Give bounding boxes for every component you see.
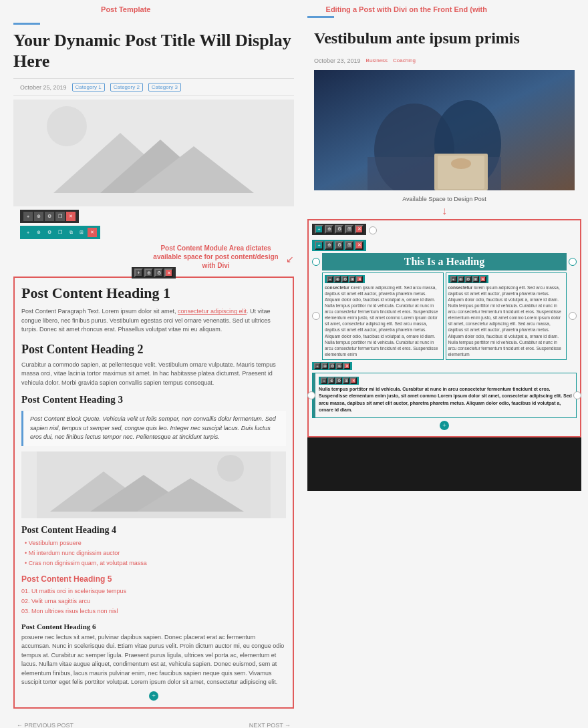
svg-point-4 [47,106,87,146]
next-post-link[interactable]: NEXT POST → [249,722,291,728]
move-btn-2[interactable]: ⊕ [34,228,43,237]
col1-copy[interactable]: ⊞ [349,276,355,283]
list-4: Vestibulum posuere Mi interdum nunc dign… [21,538,286,569]
quote-move[interactable]: ⊕ [321,363,328,369]
category-1[interactable]: Category 1 [72,83,105,92]
duplicate-btn-2[interactable]: ⧉ [66,228,76,237]
content-heading-5: Post Content Heading 5 [21,574,286,584]
para-link[interactable]: consectetur adipiscing elit [178,308,247,315]
module-move-btn[interactable]: ⊕ [144,268,153,277]
photo-overlay [314,70,575,190]
left-row-handle[interactable] [369,226,377,234]
col2-copy[interactable]: ⊞ [472,276,479,283]
col2-toolbar: + ⊕ ⚙ ⊞ ✕ [448,275,488,283]
quote-inner-settings[interactable]: ⚙ [335,377,342,384]
quote-copy[interactable]: ⊞ [336,363,343,369]
heading-copy-btn[interactable]: ⊞ [345,241,353,250]
annotation-arrow: ↙ [286,254,294,265]
module-add-btn[interactable]: + [134,268,143,277]
heading-settings-btn[interactable]: ⚙ [335,241,343,250]
edit-delete-btn[interactable]: ✕ [355,225,363,234]
heading-left-handle[interactable] [312,258,320,266]
quote-inner-copy[interactable]: ⊞ [343,377,349,384]
prev-post-link[interactable]: ← PREVIOUS POST [17,722,74,728]
divi-toolbar-1: + ⊕ ⚙ ❐ ✕ [20,210,79,223]
blockquote: Post Content Block Quote. Vehicula velit… [21,411,286,446]
copy-btn-2[interactable]: ❐ [55,228,65,237]
quote-delete[interactable]: ✕ [343,363,350,369]
col-right-handle[interactable] [569,312,577,320]
list-item-4-2: Mi interdum nunc dignissim auctor [25,548,286,558]
divi-edit-area: + ⊕ ⚙ ⊞ ✕ + ⊕ ⚙ ⊞ ✕ This Is a [307,219,581,437]
quote-inner-delete[interactable]: ✕ [350,377,357,384]
content-heading-2: Post Content Heading 2 [21,343,286,357]
col-left-handle[interactable] [312,312,320,320]
category-2[interactable]: Category 2 [110,83,143,92]
settings-btn-2[interactable]: ⚙ [45,228,54,237]
col2-move[interactable]: ⊕ [458,276,464,283]
content-heading-4: Post Content Heading 4 [21,525,286,536]
heading-move-btn[interactable]: ⊕ [325,241,333,250]
right-featured-photo [314,70,575,190]
quote-settings[interactable]: ⚙ [329,363,335,369]
arrow-down: ↓ [307,205,581,217]
heading-right-handle[interactable] [569,258,577,266]
heading-add-btn[interactable]: + [315,241,323,250]
right-panel: Vestibulum ante ipsum primis October 23,… [307,16,581,728]
right-accent-line [307,16,334,18]
content-para-1: Post Content Paragraph Text. Lorem ipsum… [21,307,286,335]
col2-delete[interactable]: ✕ [480,276,486,283]
module-toolbar: + ⊕ ⚙ ✕ [132,267,176,279]
svg-point-16 [451,158,471,169]
post-date: October 25, 2019 [20,84,67,91]
edit-area-add-bottom[interactable]: + [440,421,449,430]
col1-move[interactable]: ⊕ [334,276,341,283]
left-divi-bars: + ⊕ ⚙ ❐ ✕ + ⊕ ⚙ ❐ ⧉ ⊞ ✕ [7,210,301,240]
col1-delete[interactable]: ✕ [356,276,363,283]
list-item-4-3: Cras non dignissim quam, at volutpat mas… [25,558,286,568]
text-col-1: + ⊕ ⚙ ⊞ ✕ consectetur lorem ipsum adipis… [322,272,444,360]
blockquote-text: Post Content Block Quote. Vehicula velit… [30,415,279,442]
list-5: 01. Ut mattis orci in scelerisque tempus… [21,586,286,617]
edit-add-btn[interactable]: + [315,225,323,234]
module-add-bottom[interactable]: + [149,691,158,701]
divi-row-handle-1[interactable]: + ⊕ ⚙ ❐ ✕ [13,210,301,224]
blockquote-area: + ⊕ ⚙ ⊞ ✕ Nulla tempus porttitor mi id v… [312,373,577,418]
right-cat-2[interactable]: Coaching [393,57,416,63]
copy-btn-1[interactable]: ❐ [55,212,65,221]
right-cat-1[interactable]: Business [366,57,388,63]
content-para-6: posuere nec lectus sit amet, pulvinar da… [21,633,286,687]
quote-add[interactable]: + [314,363,321,369]
delete-btn-2[interactable]: ✕ [88,228,97,237]
quote-inner-add[interactable]: + [321,377,327,384]
heading-delete-btn[interactable]: ✕ [355,241,363,250]
col2-text: consectetur lorem ipsum adipiscing elit.… [448,285,565,357]
right-title-section: Vestibulum ante ipsum primis [307,16,581,55]
delete-btn-1[interactable]: ✕ [66,212,76,221]
divi-row-handle-2[interactable]: + ⊕ ⚙ ❐ ⧉ ⊞ ✕ [13,226,301,240]
col1-add[interactable]: + [327,276,333,283]
post-title: Your Dynamic Post Title Will Display Her… [13,30,294,71]
category-3[interactable]: Category 3 [148,83,181,92]
edit-settings-btn[interactable]: ⚙ [335,225,343,234]
col1-settings[interactable]: ⚙ [341,276,348,283]
move-btn-1[interactable]: ⊕ [34,212,43,221]
col2-settings[interactable]: ⚙ [465,276,472,283]
quote-left-handle[interactable] [307,391,315,399]
edit-copy-btn[interactable]: ⊞ [345,225,353,234]
left-panel-label: Post Template [101,5,150,13]
quote-inner-move[interactable]: ⊕ [328,377,335,384]
add-btn-2[interactable]: + [23,228,33,237]
edit-move-btn[interactable]: ⊕ [325,225,333,234]
settings-btn-1[interactable]: ⚙ [45,212,54,221]
add-btn-1[interactable]: + [23,212,33,221]
module-settings-btn[interactable]: ⚙ [154,268,163,277]
module-delete-btn[interactable]: ✕ [164,268,173,277]
content-para-2: Curabitur a commodo sapien, at pellentes… [21,361,286,388]
lock-btn-2[interactable]: ⊞ [77,228,86,237]
col2-add[interactable]: + [450,276,457,283]
content-heading-1: Post Content Heading 1 [21,285,286,302]
quote-inner-toolbar: + ⊕ ⚙ ⊞ ✕ [319,377,359,385]
quote-right-handle[interactable] [573,391,581,399]
available-label: Available Space to Design Post [307,194,581,204]
